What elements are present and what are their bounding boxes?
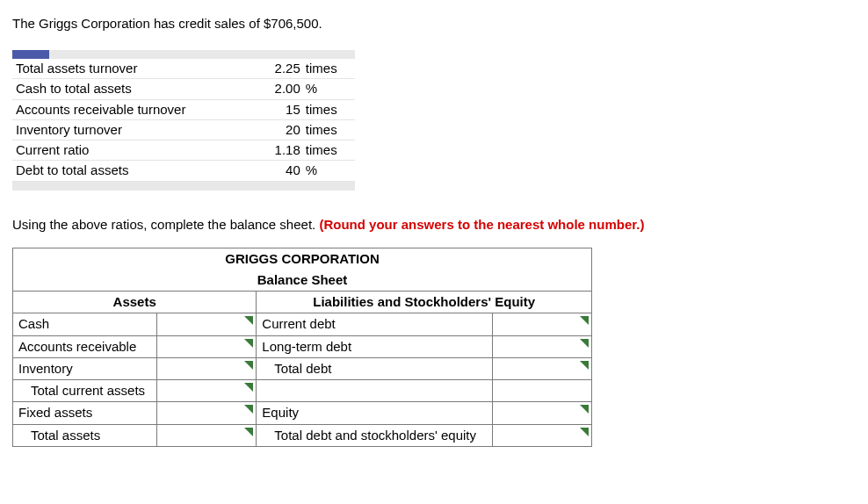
liab-label: Total debt: [257, 357, 493, 379]
blank-cell: [257, 380, 493, 402]
ratio-table: Total assets turnover2.25timesCash to to…: [12, 59, 355, 182]
bs-row: Accounts receivableLong-term debt: [13, 335, 592, 357]
bs-row: Fixed assetsEquity: [13, 402, 592, 424]
asset-value-input[interactable]: [157, 335, 257, 357]
ratio-unit: times: [304, 99, 355, 119]
liab-header: Liabilities and Stockholders' Equity: [257, 292, 592, 313]
ratio-unit: times: [304, 119, 355, 140]
ratio-block: Total assets turnover2.25timesCash to to…: [12, 50, 355, 191]
instruction-line: Using the above ratios, complete the bal…: [12, 217, 856, 232]
asset-label: Fixed assets: [13, 402, 157, 424]
problem-intro: The Griggs Corporation has credit sales …: [12, 16, 856, 31]
asset-value-input[interactable]: [157, 313, 257, 335]
assets-header: Assets: [13, 292, 257, 313]
ratio-row: Total assets turnover2.25times: [12, 59, 355, 79]
liab-label: Long-term debt: [257, 335, 493, 357]
ratio-value: 2.00: [258, 79, 304, 99]
ratio-row: Accounts receivable turnover15times: [12, 99, 355, 119]
asset-label: Cash: [13, 313, 157, 335]
ratio-label: Debt to total assets: [12, 161, 258, 181]
asset-value-input[interactable]: [157, 380, 257, 402]
ratio-row: Cash to total assets2.00%: [12, 79, 355, 99]
ratio-label: Accounts receivable turnover: [12, 99, 258, 119]
liab-label: Total debt and stockholders' equity: [257, 424, 493, 446]
ratio-value: 15: [258, 99, 304, 119]
bs-row: Total assetsTotal debt and stockholders'…: [13, 424, 592, 446]
liab-value-input[interactable]: [493, 402, 592, 424]
liab-label: Current debt: [257, 313, 493, 335]
bs-row: InventoryTotal debt: [13, 357, 592, 379]
balance-sheet-table: GRIGGS CORPORATION Balance Sheet Assets …: [12, 248, 592, 447]
liab-value-input[interactable]: [493, 357, 592, 379]
ratio-row: Current ratio1.18times: [12, 140, 355, 161]
ratio-unit: times: [304, 140, 355, 161]
asset-value-input[interactable]: [157, 402, 257, 424]
bs-row: Total current assets: [13, 380, 592, 402]
liab-value-input[interactable]: [493, 313, 592, 335]
ratio-label: Cash to total assets: [12, 79, 258, 99]
bs-subtitle: Balance Sheet: [13, 270, 592, 292]
ratio-label: Total assets turnover: [12, 59, 258, 79]
ratio-label: Current ratio: [12, 140, 258, 161]
bs-row: CashCurrent debt: [13, 313, 592, 335]
ratio-value: 40: [258, 161, 304, 181]
instruction-red: (Round your answers to the nearest whole…: [319, 217, 644, 232]
asset-value-input[interactable]: [157, 357, 257, 379]
ratio-value: 2.25: [258, 59, 304, 79]
instruction-text: Using the above ratios, complete the bal…: [12, 217, 319, 232]
ratio-bottom-stripe: [12, 182, 355, 191]
ratio-unit: %: [304, 161, 355, 181]
liab-label: Equity: [257, 402, 493, 424]
ratio-top-stripe: [12, 50, 355, 59]
liab-value-input[interactable]: [493, 335, 592, 357]
bs-title: GRIGGS CORPORATION: [13, 248, 592, 270]
liab-value-input[interactable]: [493, 424, 592, 446]
asset-label: Total assets: [13, 424, 157, 446]
asset-label: Accounts receivable: [13, 335, 157, 357]
ratio-label: Inventory turnover: [12, 119, 258, 140]
ratio-row: Inventory turnover20times: [12, 119, 355, 140]
asset-value-input[interactable]: [157, 424, 257, 446]
ratio-value: 20: [258, 119, 304, 140]
ratio-unit: times: [304, 59, 355, 79]
ratio-unit: %: [304, 79, 355, 99]
asset-label: Total current assets: [13, 380, 157, 402]
blank-cell: [493, 380, 592, 402]
ratio-value: 1.18: [258, 140, 304, 161]
asset-label: Inventory: [13, 357, 157, 379]
ratio-row: Debt to total assets40%: [12, 161, 355, 181]
